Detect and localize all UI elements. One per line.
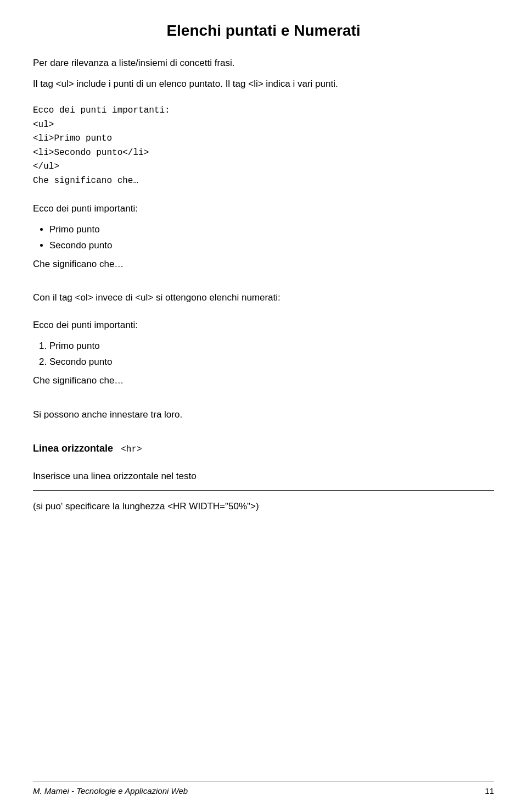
horizontal-rule	[33, 490, 494, 491]
after-bullet-text: Che significano che…	[33, 257, 494, 271]
bullet-item-2: Secondo punto	[49, 238, 494, 254]
code-block-1: Ecco dei punti importanti: <ul> <li>Prim…	[33, 104, 494, 188]
ol-intro: Con il tag <ol> invece di <ul> si otteng…	[33, 291, 494, 305]
numbered-item-1: Primo punto	[49, 338, 494, 354]
footer-page-number: 11	[485, 786, 494, 796]
linea-code: <hr>	[121, 444, 142, 454]
linea-desc: Inserisce una linea orizzontale nel test…	[33, 469, 494, 483]
bullet-item-1: Primo punto	[49, 222, 494, 238]
bullet-list: Primo punto Secondo punto	[49, 222, 494, 254]
footer: M. Mamei - Tecnologie e Applicazioni Web…	[33, 781, 494, 796]
page-title: Elenchi puntati e Numerati	[33, 22, 494, 40]
rendered-label-1: Ecco dei punti importanti:	[33, 202, 494, 216]
numbered-list: Primo punto Secondo punto	[49, 338, 494, 370]
rendered-label-2: Ecco dei punti importanti:	[33, 318, 494, 332]
after-numbered-text: Che significano che…	[33, 374, 494, 388]
linea-note: (si puo' specificare la lunghezza <HR WI…	[33, 499, 494, 514]
intro-line1: Per dare rilevanza a liste/insiemi di co…	[33, 56, 494, 70]
intro-line2: Il tag <ul> include i punti di un elenco…	[33, 77, 494, 91]
footer-author: M. Mamei - Tecnologie e Applicazioni Web	[33, 786, 188, 796]
linea-label: Linea orizzontale	[33, 443, 113, 454]
numbered-item-2: Secondo punto	[49, 354, 494, 370]
nested-note: Si possono anche innestare tra loro.	[33, 408, 494, 422]
linea-heading: Linea orizzontale <hr>	[33, 441, 494, 456]
